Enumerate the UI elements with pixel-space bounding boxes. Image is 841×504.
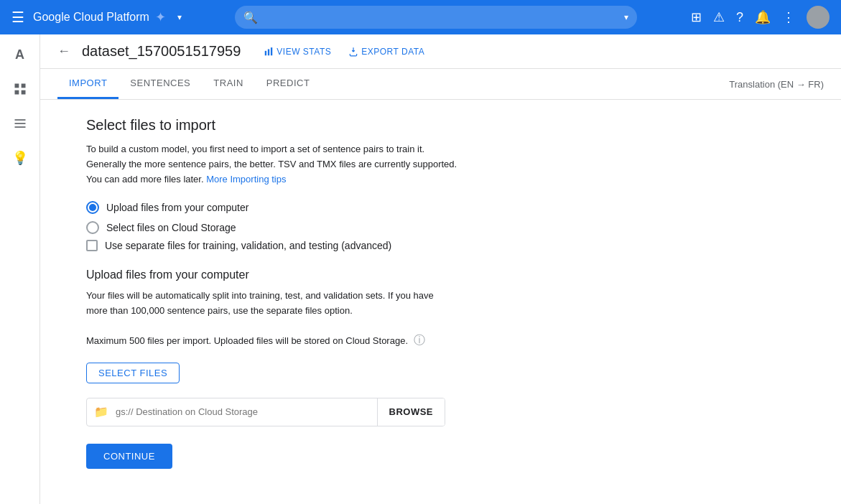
sidebar-item-list[interactable] (6, 109, 34, 138)
upload-section: Upload files from your computer Your fil… (86, 269, 824, 469)
destination-row: 📁 BROWSE (86, 398, 445, 426)
storage-info: Maximum 500 files per import. Uploaded f… (86, 333, 824, 348)
radio-cloud-storage[interactable]: Select files on Cloud Storage (86, 221, 824, 234)
bell-icon[interactable]: 🔔 (755, 9, 771, 25)
apps-icon[interactable]: ⊞ (691, 9, 702, 25)
radio-circle-upload (86, 201, 99, 214)
topbar-icon-group: ⊞ ⚠ ? 🔔 ⋮ (691, 6, 830, 29)
svg-rect-4 (14, 119, 25, 121)
svg-rect-9 (271, 47, 272, 55)
more-icon[interactable]: ⋮ (782, 9, 795, 25)
upload-title: Upload files from your computer (86, 269, 824, 281)
topbar: ☰ Google Cloud Platform ✦ ▾ 🔍 ▾ ⊞ ⚠ ? 🔔 … (0, 0, 841, 34)
topbar-logo: Google Cloud Platform ✦ (33, 9, 166, 25)
svg-rect-8 (268, 49, 269, 55)
destination-input[interactable] (116, 406, 377, 417)
folder-icon: 📁 (87, 405, 116, 419)
description: To build a custom model, you first need … (86, 142, 488, 187)
sidebar-item-dashboard[interactable] (6, 75, 34, 103)
topbar-search[interactable]: 🔍 ▾ (235, 6, 637, 29)
sidebar-item-lightbulb[interactable]: 💡 (6, 144, 34, 172)
radio-circle-cloud (86, 221, 99, 234)
export-data-button[interactable]: EXPORT DATA (348, 47, 424, 57)
svg-rect-6 (14, 126, 25, 128)
upload-desc: Your files will be automatically split i… (86, 289, 474, 319)
search-icon: 🔍 (243, 11, 258, 24)
select-files-button[interactable]: SELECT FILES (86, 363, 180, 383)
importing-tips-link[interactable]: More Importing tips (206, 174, 286, 185)
browse-button[interactable]: BROWSE (377, 398, 445, 426)
tabs: IMPORT SENTENCES TRAIN PREDICT Translati… (40, 69, 841, 100)
tab-predict[interactable]: PREDICT (255, 69, 322, 99)
checkbox-separate-files[interactable]: Use separate files for training, validat… (86, 240, 824, 251)
topbar-logo-dots: ✦ (155, 9, 166, 25)
topbar-project-dropdown[interactable]: ▾ (177, 12, 182, 22)
section-title: Select files to import (86, 117, 824, 134)
svg-rect-2 (14, 90, 19, 95)
menu-icon[interactable]: ☰ (11, 9, 24, 26)
svg-rect-0 (14, 84, 19, 88)
svg-rect-5 (14, 123, 25, 124)
radio-group: Upload files from your computer Select f… (86, 201, 824, 234)
layout: A 💡 ← dataset_1570051517959 VIEW STATS E… (0, 34, 841, 504)
view-stats-button[interactable]: VIEW STATS (264, 47, 331, 57)
sidebar: A 💡 (0, 34, 40, 504)
radio-upload-computer[interactable]: Upload files from your computer (86, 201, 824, 214)
svg-rect-7 (265, 50, 266, 55)
tab-sentences[interactable]: SENTENCES (119, 69, 202, 99)
search-input[interactable] (264, 11, 618, 23)
main-content: ← dataset_1570051517959 VIEW STATS EXPOR… (40, 34, 841, 504)
help-icon[interactable]: ? (736, 10, 743, 25)
continue-button[interactable]: CONTINUE (86, 444, 172, 469)
alert-icon[interactable]: ⚠ (713, 9, 725, 25)
back-button[interactable]: ← (57, 44, 70, 59)
header-actions: VIEW STATS EXPORT DATA (264, 47, 424, 57)
svg-rect-1 (21, 84, 25, 88)
help-circle-icon[interactable]: ⓘ (414, 333, 425, 348)
search-dropdown-icon[interactable]: ▾ (624, 12, 628, 22)
page-title: dataset_1570051517959 (82, 43, 241, 60)
tab-import[interactable]: IMPORT (57, 69, 119, 99)
avatar[interactable] (807, 6, 830, 29)
content-area: Select files to import To build a custom… (40, 100, 841, 486)
checkbox-box (86, 240, 98, 251)
svg-rect-3 (21, 90, 25, 95)
topbar-title: Google Cloud Platform (33, 11, 149, 24)
page-header: ← dataset_1570051517959 VIEW STATS EXPOR… (40, 34, 841, 69)
tab-lang-label: Translation (EN → FR) (729, 79, 824, 90)
tab-train[interactable]: TRAIN (202, 69, 255, 99)
sidebar-item-translate[interactable]: A (6, 40, 34, 69)
